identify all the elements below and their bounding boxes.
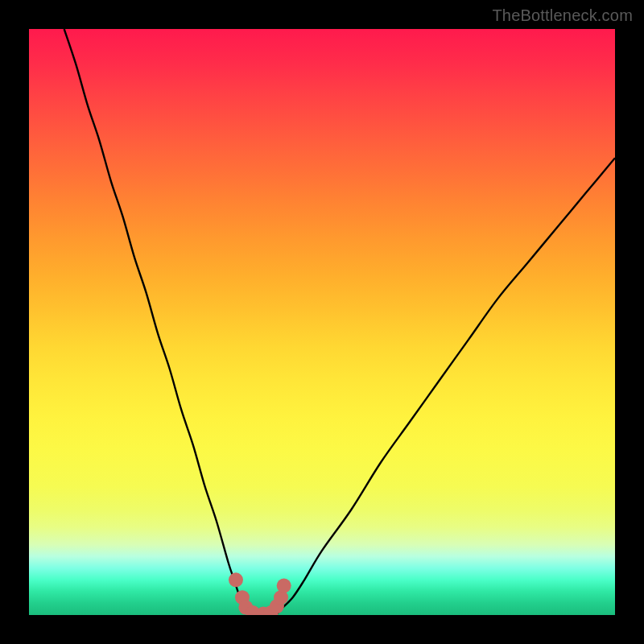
- plot-area: [29, 29, 615, 615]
- curve-layer: [29, 29, 615, 615]
- bottleneck-curve: [64, 29, 615, 615]
- minimum-marker: [277, 579, 291, 593]
- watermark-text: TheBottleneck.com: [492, 6, 633, 25]
- curve-path: [64, 29, 615, 615]
- minimum-marker-group: [229, 572, 291, 615]
- chart-frame: TheBottleneck.com: [0, 0, 644, 644]
- minimum-marker: [229, 572, 243, 587]
